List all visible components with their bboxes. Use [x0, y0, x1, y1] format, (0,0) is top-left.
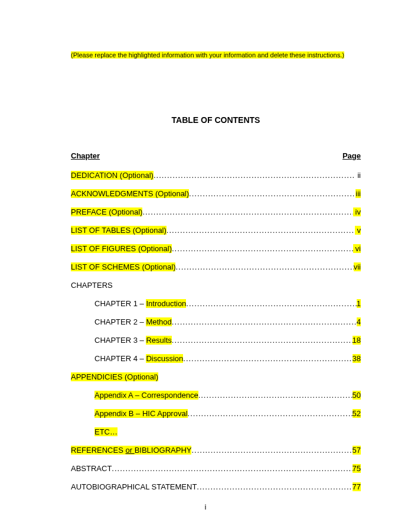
toc-label: LIST OF TABLES (Optional) — [71, 226, 167, 235]
toc-entry-chapter-2: CHAPTER 2 – Method 4 — [71, 317, 361, 326]
toc-label: CHAPTER 1 – Introduction — [94, 299, 186, 308]
toc-entry-tables: LIST OF TABLES (Optional) v — [71, 226, 361, 235]
toc-dots — [186, 299, 356, 308]
toc-label: AUTOBIOGRAPHICAL STATEMENT — [71, 482, 197, 491]
toc-dots — [112, 464, 352, 473]
toc-label: Appendix A – Correspondence — [94, 391, 198, 400]
toc-page: vi — [353, 244, 361, 253]
toc-dots — [142, 207, 353, 216]
toc-dots — [198, 391, 353, 400]
toc-page: iv — [353, 207, 361, 216]
toc-page: 1 — [357, 299, 361, 308]
toc-dots — [154, 171, 355, 180]
toc-page: iii — [355, 189, 361, 198]
toc-entry-references: REFERENCES or BIBLIOGRAPHY 57 — [71, 446, 361, 455]
toc-entry-figures: LIST OF FIGURES (Optional) vi — [71, 244, 361, 253]
toc-label: CHAPTER 2 – Method — [94, 317, 172, 326]
toc-page: ii — [355, 171, 361, 180]
toc-page: 50 — [353, 391, 361, 400]
toc-label: PREFACE (Optional) — [71, 207, 142, 216]
appendices-heading: APPENDICIES (Optional) — [71, 372, 361, 381]
toc-page: v — [355, 226, 361, 235]
toc-label: ABSTRACT — [71, 464, 112, 473]
toc-page: 18 — [353, 336, 361, 345]
instruction-text: (Please replace the highlighted informat… — [71, 51, 344, 59]
toc-entry-preface: PREFACE (Optional) iv — [71, 207, 361, 216]
toc-dots — [172, 317, 357, 326]
instruction-note: (Please replace the highlighted informat… — [71, 50, 361, 59]
toc-dots — [175, 262, 353, 271]
header-chapter: Chapter — [71, 151, 100, 160]
page-number: i — [0, 502, 411, 511]
toc-label: CHAPTER 4 – Discussion — [94, 354, 183, 363]
toc-label: LIST OF FIGURES (Optional) — [71, 244, 172, 253]
toc-dots — [172, 336, 353, 345]
toc-entry-abstract: ABSTRACT 75 — [71, 464, 361, 473]
header-page: Page — [342, 151, 361, 160]
toc-label: ETC… — [94, 427, 118, 436]
toc-dots — [183, 354, 352, 363]
toc-entry-appendix-a: Appendix A – Correspondence 50 — [71, 391, 361, 400]
toc-header: Chapter Page — [71, 151, 361, 160]
toc-page: 38 — [353, 354, 361, 363]
toc-page: 52 — [353, 409, 361, 418]
page-title: TABLE OF CONTENTS — [71, 115, 361, 125]
toc-label: CHAPTER 3 – Results — [94, 336, 172, 345]
toc-dots — [189, 189, 355, 198]
toc-entry-appendix-b: Appendix B – HIC Approval 52 — [71, 409, 361, 418]
toc-page: 77 — [353, 482, 361, 491]
toc-entry-schemes: LIST OF SCHEMES (Optional) vii — [71, 262, 361, 271]
toc-entry-autobio: AUTOBIOGRAPHICAL STATEMENT 77 — [71, 482, 361, 491]
toc-label: LIST OF SCHEMES (Optional) — [71, 262, 175, 271]
toc-page: 57 — [353, 446, 361, 455]
toc-page: vii — [354, 262, 361, 271]
toc-page: 75 — [353, 464, 361, 473]
toc-page: 4 — [357, 317, 361, 326]
toc-dots — [172, 244, 353, 253]
toc-entry-chapter-4: CHAPTER 4 – Discussion 38 — [71, 354, 361, 363]
toc-dots — [188, 409, 353, 418]
toc-dots — [191, 446, 352, 455]
toc-entry-dedication: DEDICATION (Optional) ii — [71, 171, 361, 180]
toc-entry-etc: ETC… — [71, 427, 361, 436]
chapters-heading: CHAPTERS — [71, 281, 361, 290]
toc-dots — [167, 226, 355, 235]
toc-entry-chapter-1: CHAPTER 1 – Introduction 1 — [71, 299, 361, 308]
toc-label: DEDICATION (Optional) — [71, 171, 154, 180]
toc-label: REFERENCES or BIBLIOGRAPHY — [71, 446, 191, 455]
toc-entry-acknowledgments: ACKNOWLEDGMENTS (Optional) iii — [71, 189, 361, 198]
toc-entry-chapter-3: CHAPTER 3 – Results 18 — [71, 336, 361, 345]
toc-dots — [197, 482, 352, 491]
toc-label: Appendix B – HIC Approval — [94, 409, 188, 418]
toc-label: ACKNOWLEDGMENTS (Optional) — [71, 189, 189, 198]
